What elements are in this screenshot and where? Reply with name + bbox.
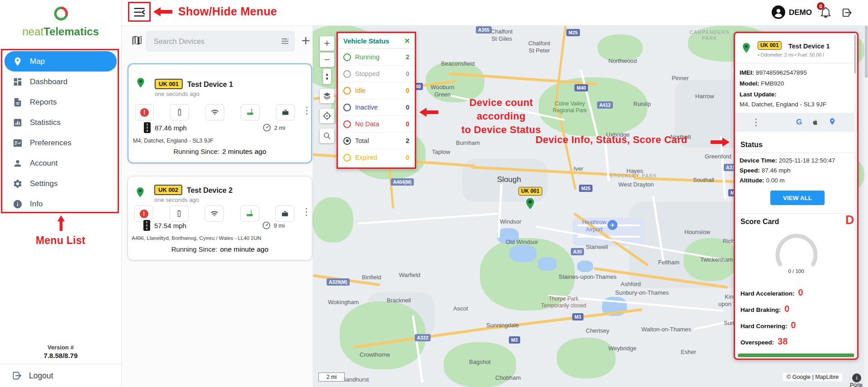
sidebar-item-label: Info [30,200,43,209]
notifications-button[interactable]: 0 [820,6,832,19]
menu-toggle-button[interactable] [130,4,148,21]
status-row-total[interactable]: Total2 [338,133,415,149]
status-row-idle[interactable]: Idle0 [338,82,415,99]
metric-overspeed: Overspeed:38 [740,336,788,347]
view-all-button[interactable]: VIEW ALL [770,191,825,205]
device-card-1[interactable]: UK 001 Test Device 1 one seconds ago ! ⋮… [128,63,312,163]
device-name: Test Device 1 [187,81,233,89]
logo-icon [52,4,71,24]
app-logo: neatTelematics [0,25,121,38]
device-odometer: 2 mi [274,124,285,131]
status-row-running[interactable]: Running2 [338,49,415,66]
road-badge: A30 [571,248,584,255]
map-pin-icon [13,57,23,67]
map-legend-icon[interactable] [131,34,143,46]
battery-button[interactable] [170,104,189,120]
zoom-out-control[interactable]: − [320,53,334,67]
annotation-left-arrow-2 [419,107,439,118]
dashboard-icon [13,77,23,87]
status-row-expired[interactable]: Expired0 [338,149,415,166]
add-device-button[interactable]: + [299,30,312,51]
device-speed: 57.54 mph [154,222,186,229]
gps-device-button[interactable] [241,104,260,120]
map-label: Staines-upon-Thames [559,273,617,281]
vehicle-marker[interactable]: UK 001 [518,186,542,213]
wifi-button[interactable] [205,205,224,222]
sidebar-item-label: Settings [30,179,57,188]
wifi-button[interactable] [205,104,224,120]
exit-icon [841,7,853,19]
map-label: Feltham [658,259,679,266]
compass-down-icon: ▼ [325,76,329,81]
status-ring-icon [343,70,351,78]
toolbox-button[interactable] [275,205,294,222]
preferences-icon [13,138,23,148]
status-row-inactive[interactable]: Inactive0 [338,99,415,116]
statistics-chart-icon [13,118,23,128]
page-scrollbar[interactable] [864,0,868,387]
alert-button[interactable]: ! [135,104,154,120]
layers-control[interactable] [320,89,334,103]
running-since: Running Since:one minute ago [128,245,312,253]
sidebar-item-map[interactable]: Map [5,51,117,72]
sidebar-item-statistics[interactable]: Statistics [0,112,121,133]
info-icon [13,199,23,209]
detail-altitude: Altitude: 0.00 m [740,177,785,184]
detail-last-update-label: Last Update: [740,91,777,98]
card-menu-kebab[interactable]: ⋮ [302,207,311,216]
detail-pin-icon [740,42,752,56]
sidebar-item-settings[interactable]: Settings [0,173,121,194]
device-detail-panel: UK 001 Test Device 1 • Odometer: 2 mi • … [734,32,859,360]
road-badge: M3 [509,336,520,344]
map-label: Harrow [695,93,714,100]
search-input[interactable] [153,31,277,53]
sidebar-item-reports[interactable]: Reports [0,92,121,112]
toolbox-button[interactable] [276,104,295,120]
map-label: Taplow [432,148,450,156]
annotation-device-info: Device Info, Status, Score Card [536,134,688,146]
divider [735,213,857,214]
zoom-in-control[interactable]: + [320,36,334,51]
annotation-device-count: Device count according to Device Status [445,96,558,137]
sidebar-item-dashboard[interactable]: Dashboard [0,72,121,92]
filter-tune-icon[interactable] [280,37,289,46]
avatar[interactable] [772,5,785,19]
annotation-left-arrow-1 [153,6,173,17]
metric-hard-acceleration: Hard Acceleration:0 [740,287,803,298]
map-search-control[interactable] [320,129,334,143]
device-card-2[interactable]: UK 002 Test Device 2 one seconds ago ! ⋮… [128,176,312,260]
sidebar-item-info[interactable]: Info [0,194,121,214]
sidebar-item-preferences[interactable]: Preferences [0,133,121,153]
logout-button[interactable]: Logout [12,370,53,381]
card-menu-kebab[interactable]: ⋮ [302,106,312,115]
status-ring-icon [343,87,351,95]
road-badge: M40 [574,84,588,91]
close-icon[interactable]: ✕ [404,37,410,45]
battery-button[interactable] [170,205,189,222]
sidebar-item-account[interactable]: Account [0,153,121,173]
status-row-nodata[interactable]: No Data0 [338,116,415,133]
sidebar: neatTelematics Map Dashboard Reports Sta… [0,0,122,387]
locate-control[interactable] [320,109,334,123]
gps-device-button[interactable] [240,205,259,222]
detail-kebab[interactable]: ⋮ [751,118,761,127]
map-info-icon[interactable]: i [852,373,861,382]
maps-icon[interactable] [828,118,836,127]
sidebar-item-label: Map [30,57,45,66]
panel-scrollbar[interactable] [854,34,856,358]
compass-control[interactable]: ▲▼ [323,69,331,84]
map-label: Slough [497,175,521,184]
map-label: Windsor [500,218,522,225]
map-label: Twickenham [700,256,733,263]
divider [735,63,857,63]
apple-icon[interactable] [811,118,819,127]
map-label: Chalfont St Peter [528,40,550,55]
alert-button[interactable]: ! [134,205,153,222]
google-icon[interactable]: G [796,118,802,127]
map-label: Crowthorne [360,351,390,358]
status-row-stopped[interactable]: Stopped0 [338,66,415,82]
device-plate: UK 002 [154,185,182,195]
exit-button[interactable] [841,7,853,19]
vehicle-status-title: Vehicle Status [343,37,389,45]
map-label: Burnham [456,139,480,147]
